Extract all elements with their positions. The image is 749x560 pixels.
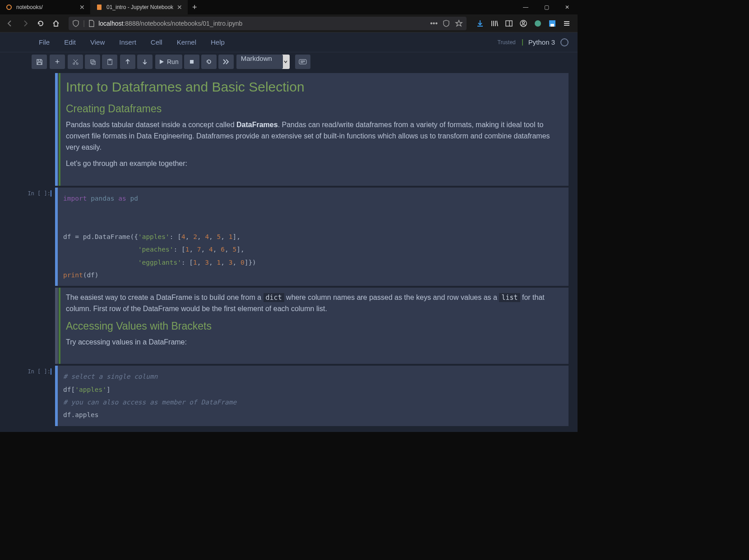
menu-cell[interactable]: Cell bbox=[143, 36, 170, 49]
window-controls: — ▢ ✕ bbox=[515, 0, 578, 14]
code-editor[interactable]: # select a single column df['apples'] # … bbox=[58, 366, 569, 426]
jupyter-favicon-icon bbox=[5, 4, 13, 11]
add-cell-button[interactable]: + bbox=[50, 55, 65, 69]
reload-button[interactable] bbox=[34, 17, 47, 30]
restart-run-all-button[interactable] bbox=[218, 55, 234, 69]
svg-point-0 bbox=[7, 5, 11, 9]
heading-2: Accessing Values with Brackets bbox=[66, 320, 559, 332]
svg-rect-2 bbox=[506, 21, 512, 26]
menu-view[interactable]: View bbox=[83, 36, 112, 49]
move-down-button[interactable] bbox=[137, 55, 153, 69]
download-icon[interactable] bbox=[476, 19, 485, 28]
notebook-body[interactable]: Intro to Dataframes and Basic Selection … bbox=[0, 71, 578, 432]
browser-tab-inactive[interactable]: notebooks/ ✕ bbox=[0, 0, 90, 14]
svg-rect-1 bbox=[97, 5, 102, 10]
reader-icon[interactable] bbox=[442, 19, 450, 28]
trusted-indicator[interactable]: Trusted bbox=[498, 39, 523, 46]
cell-prompt: In [ ]: bbox=[23, 188, 55, 286]
extension-icon[interactable] bbox=[533, 19, 542, 28]
paragraph: The easiest way to create a DataFrame is… bbox=[66, 292, 559, 315]
svg-point-6 bbox=[535, 20, 541, 27]
paste-button[interactable] bbox=[102, 55, 117, 69]
svg-point-9 bbox=[73, 63, 74, 64]
jupyter-toolbar: + Run bbox=[0, 52, 578, 71]
code-editor[interactable]: import pandas as pd df = pd.DataFrame({'… bbox=[58, 188, 569, 286]
menu-help[interactable]: Help bbox=[203, 36, 232, 49]
sidebar-icon[interactable] bbox=[504, 19, 513, 28]
url-text: localhost:8888/notebooks/notebooks/01_in… bbox=[98, 20, 242, 27]
close-window-button[interactable]: ✕ bbox=[557, 0, 578, 14]
run-label: Run bbox=[167, 58, 179, 65]
tab-title: 01_intro - Jupyter Notebook bbox=[106, 4, 173, 10]
browser-titlebar: notebooks/ ✕ 01_intro - Jupyter Notebook… bbox=[0, 0, 578, 14]
account-icon[interactable] bbox=[519, 19, 528, 28]
maximize-button[interactable]: ▢ bbox=[536, 0, 557, 14]
new-tab-button[interactable]: + bbox=[188, 0, 202, 14]
kernel-idle-icon bbox=[560, 38, 569, 46]
notebook-favicon-icon bbox=[96, 4, 103, 11]
tab-title: notebooks/ bbox=[16, 4, 43, 10]
interrupt-button[interactable] bbox=[184, 55, 199, 69]
menu-edit[interactable]: Edit bbox=[57, 36, 83, 49]
paragraph: Let's go through an example together: bbox=[66, 158, 559, 170]
restart-button[interactable] bbox=[201, 55, 217, 69]
save-button[interactable] bbox=[32, 55, 47, 69]
kernel-name[interactable]: Python 3 bbox=[528, 38, 555, 46]
forward-button[interactable] bbox=[19, 17, 32, 30]
command-palette-button[interactable] bbox=[295, 55, 310, 69]
move-up-button[interactable] bbox=[120, 55, 135, 69]
menu-kernel[interactable]: Kernel bbox=[170, 36, 203, 49]
cell-type-select[interactable]: Markdown bbox=[236, 55, 283, 69]
paragraph: Try accessing values in a DataFrame: bbox=[66, 337, 559, 348]
code-cell[interactable]: In [ ]: import pandas as pd df = pd.Data… bbox=[23, 188, 569, 286]
cut-button[interactable] bbox=[68, 55, 83, 69]
heading-1: Intro to Dataframes and Basic Selection bbox=[66, 79, 559, 95]
more-icon[interactable]: ••• bbox=[430, 19, 438, 28]
copy-button[interactable] bbox=[85, 55, 100, 69]
save-page-icon[interactable] bbox=[548, 19, 557, 28]
library-icon[interactable] bbox=[490, 19, 499, 28]
minimize-button[interactable]: — bbox=[515, 0, 536, 14]
back-button[interactable] bbox=[4, 17, 16, 30]
markdown-cell[interactable]: Intro to Dataframes and Basic Selection … bbox=[23, 73, 569, 186]
paragraph: Pandas loads tabular dataset inside a co… bbox=[66, 119, 559, 153]
code-cell[interactable]: In [ ]: # select a single column df['app… bbox=[23, 366, 569, 426]
run-button[interactable]: Run bbox=[155, 55, 182, 69]
svg-point-10 bbox=[76, 63, 78, 64]
url-box[interactable]: | localhost:8888/notebooks/notebooks/01_… bbox=[69, 17, 467, 30]
jupyter-app: File Edit View Insert Cell Kernel Help T… bbox=[0, 32, 578, 432]
home-button[interactable] bbox=[50, 17, 62, 30]
bookmark-star-icon[interactable] bbox=[455, 19, 463, 28]
svg-point-5 bbox=[522, 21, 525, 23]
svg-rect-15 bbox=[190, 60, 194, 64]
cell-prompt: In [ ]: bbox=[23, 366, 55, 426]
svg-rect-8 bbox=[550, 24, 554, 27]
browser-tab-active[interactable]: 01_intro - Jupyter Notebook ✕ bbox=[90, 0, 188, 14]
cell-prompt bbox=[23, 73, 55, 186]
menu-file[interactable]: File bbox=[32, 36, 57, 49]
svg-rect-12 bbox=[92, 61, 95, 64]
menu-icon[interactable] bbox=[562, 19, 571, 28]
close-icon[interactable]: ✕ bbox=[79, 4, 85, 11]
heading-2: Creating Dataframes bbox=[66, 103, 559, 115]
cell-prompt bbox=[23, 288, 55, 364]
jupyter-menubar: File Edit View Insert Cell Kernel Help T… bbox=[0, 32, 578, 52]
page-icon bbox=[88, 20, 95, 27]
menu-insert[interactable]: Insert bbox=[112, 36, 143, 49]
markdown-cell[interactable]: The easiest way to create a DataFrame is… bbox=[23, 288, 569, 364]
close-icon[interactable]: ✕ bbox=[177, 4, 182, 11]
svg-rect-11 bbox=[90, 60, 94, 63]
shield-icon[interactable] bbox=[72, 20, 79, 27]
browser-addressbar: | localhost:8888/notebooks/notebooks/01_… bbox=[0, 14, 578, 32]
